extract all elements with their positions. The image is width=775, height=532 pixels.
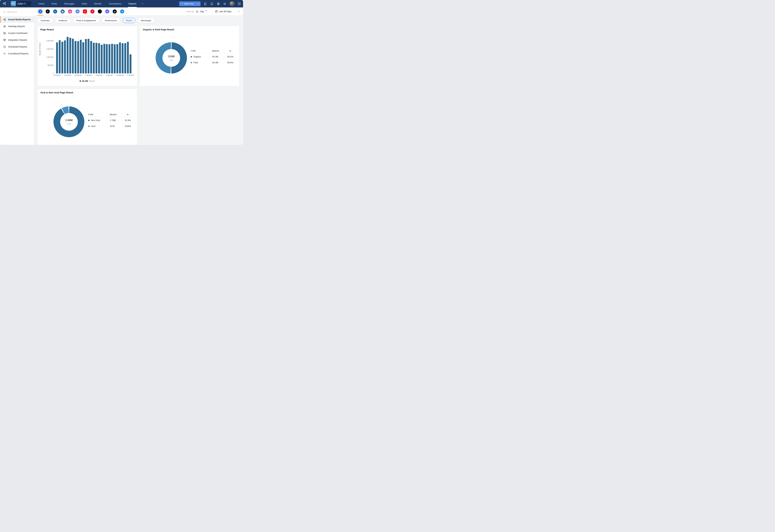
bar-2-nov-25: [90, 41, 92, 73]
table-row-reach: 157K: [107, 123, 122, 129]
bar-29-oct-25: [80, 40, 82, 73]
network-tab-tiktok[interactable]: ♪: [98, 7, 102, 15]
network-tab-facebook[interactable]: f: [38, 7, 42, 15]
bar-13-nov-25: [119, 42, 121, 73]
table-row-pct: 50.4%: [225, 54, 236, 60]
bar-3-nov-25: [93, 43, 95, 73]
date-range-value: Last 30 Days: [219, 10, 232, 13]
pinterest-icon: P: [90, 9, 94, 13]
nav-item-posts[interactable]: Posts: [48, 0, 61, 7]
sidebar-section-header: ALL REPORTS: [0, 11, 34, 13]
brand-selector[interactable]: Zylker Travels Zylker T...: [11, 1, 31, 6]
x-axis-tick-label: 13 Nov'25: [116, 74, 123, 76]
x-axis-tick-label: 1 Nov'25: [85, 74, 92, 76]
sidebar-item-custom-dashboard[interactable]: Custom Dashboard: [0, 30, 34, 37]
tab-performance[interactable]: Performance: [101, 18, 120, 23]
network-tab-linkedin-page[interactable]: ▤: [61, 7, 65, 15]
nav-item-connections[interactable]: Connections: [105, 0, 125, 7]
notifications-icon[interactable]: [210, 2, 214, 5]
network-tab-bluesky[interactable]: ✦: [120, 7, 124, 15]
chevron-down-icon: [28, 3, 30, 4]
main-content: SummaryAudiencePosts & EngagementPerform…: [34, 16, 243, 145]
user-avatar[interactable]: [230, 1, 234, 6]
nav-item-inbox[interactable]: Inbox: [78, 0, 90, 7]
nav-item-monitor[interactable]: Monitor: [91, 0, 105, 7]
bar-7-nov-25: [103, 44, 105, 73]
new-post-split-button: + New Post: [179, 1, 201, 6]
zoho-social-logo-icon[interactable]: [2, 1, 7, 6]
table-header-type: TYPE: [88, 112, 107, 117]
tiktok-icon: ♪: [98, 9, 102, 13]
view-by-value: Day: [200, 10, 204, 13]
app-window: Zylker Travels Zylker T... HomePostsMess…: [0, 0, 243, 145]
network-tab-threads[interactable]: @: [113, 7, 117, 15]
y-axis-ticks: 0500,0001,000,0001,500,0002,000,000: [37, 36, 53, 73]
announcements-icon[interactable]: [223, 2, 227, 5]
sidebar-item-scheduled-reports[interactable]: Scheduled Reports: [0, 43, 34, 50]
tab-messenger[interactable]: Messenger: [137, 18, 155, 23]
tab-reach[interactable]: Reach: [122, 18, 135, 23]
nav-action-icons: [204, 1, 241, 6]
new-post-dropdown-button[interactable]: [196, 1, 201, 6]
networks-bar: fXin▤◎G▶P♪m@✦ View by: Day Last 30 Days …: [34, 7, 243, 16]
donut-center: 110M Total: [162, 49, 180, 67]
new-post-label: New Post: [184, 2, 194, 5]
nav-item-messages[interactable]: Messages: [61, 0, 78, 7]
donut-total-value: 1.94M: [65, 119, 72, 122]
donut-total-value: 110M: [168, 55, 174, 58]
x-axis-tick-label: 9 Nov'25: [106, 74, 113, 76]
apps-icon[interactable]: [238, 2, 241, 5]
nav-item-home[interactable]: Home: [35, 0, 48, 7]
network-tab-google-business[interactable]: G: [75, 7, 79, 15]
sidebar-item-label: Integration Reports: [8, 39, 27, 41]
network-tab-pinterest[interactable]: P: [90, 7, 94, 15]
table-row-type: Viral: [88, 123, 107, 129]
network-tab-instagram[interactable]: ◎: [68, 7, 72, 15]
nav-more-button[interactable]: •••: [140, 0, 146, 7]
menu-icon[interactable]: [204, 2, 207, 5]
sidebar-item-social-media-reports[interactable]: Social Media Reports: [0, 16, 34, 23]
settings-icon[interactable]: [217, 2, 220, 5]
clock-icon: [3, 45, 6, 48]
x-axis-tick-label: 20 Oct'25: [54, 74, 61, 76]
bar-11-nov-25: [114, 44, 116, 73]
bar-27-oct-25: [74, 41, 76, 73]
sidebar-item-label: Custom Dashboard: [8, 32, 27, 34]
sidebar-item-hashtag-reports[interactable]: Hashtag Reports: [0, 23, 34, 30]
activity-icon: [3, 52, 6, 55]
bar-17-nov-25: [129, 54, 131, 73]
sidebar-item-crossbrand-reports[interactable]: CrossBrand Reports: [0, 50, 34, 57]
bar-16-nov-25: [127, 42, 129, 73]
sidebar-item-integration-reports[interactable]: Integration Reports: [0, 37, 34, 43]
view-by-control[interactable]: View by: Day: [182, 7, 212, 15]
network-tab-youtube[interactable]: ▶: [83, 7, 87, 15]
legend-label: Reach: [89, 80, 95, 82]
bar-31-oct-25: [85, 39, 87, 73]
bar-chart-plot: [56, 36, 132, 73]
bar-15-nov-25: [124, 43, 126, 73]
table-row-type: Non-Viral: [88, 117, 107, 123]
series-dot: [88, 120, 90, 121]
date-range-picker[interactable]: Last 30 Days: [212, 7, 235, 15]
table-row-type: Paid: [190, 60, 210, 65]
x-axis-tick-label: 5 Nov'25: [96, 74, 102, 76]
bar-9-nov-25: [108, 44, 110, 73]
sidebar-item-label: Social Media Reports: [8, 18, 31, 21]
network-tab-linkedin[interactable]: in: [53, 7, 57, 15]
more-options-button[interactable]: •••: [235, 7, 243, 15]
new-post-button[interactable]: + New Post: [179, 1, 196, 6]
network-tab-mastodon[interactable]: m: [105, 7, 109, 15]
reports-sidebar: ALL REPORTS Social Media ReportsHashtag …: [0, 7, 34, 145]
tab-posts-engagement[interactable]: Posts & Engagement: [73, 18, 99, 23]
network-tab-x[interactable]: X: [46, 7, 50, 15]
table-row-type: Organic: [190, 54, 210, 60]
table-header-reach: REACH: [210, 49, 225, 54]
line-chart-icon: [196, 10, 199, 13]
nav-item-reports[interactable]: Reports: [125, 0, 140, 7]
bar-10-nov-25: [111, 44, 113, 73]
tab-audience[interactable]: Audience: [55, 18, 71, 23]
sidebar-item-label: Scheduled Reports: [8, 46, 27, 48]
card-title: Organic & Paid Page Reach: [143, 28, 174, 31]
tab-summary[interactable]: Summary: [37, 18, 53, 23]
bar-21-oct-25: [59, 40, 61, 73]
